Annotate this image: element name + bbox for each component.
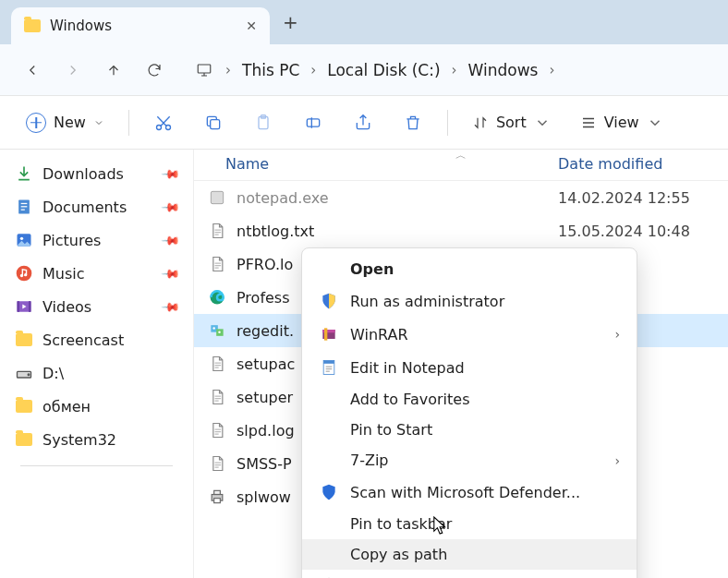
sidebar-item-system32[interactable]: System32 bbox=[4, 423, 189, 456]
sidebar-item-downloads[interactable]: Downloads 📌 bbox=[4, 157, 189, 190]
monitor-icon[interactable] bbox=[187, 53, 222, 88]
pin-icon: 📌 bbox=[161, 230, 181, 250]
pin-icon: 📌 bbox=[161, 163, 181, 184]
tab-bar: Windows ✕ + bbox=[0, 0, 728, 44]
sidebar-item-pictures[interactable]: Pictures 📌 bbox=[4, 223, 189, 257]
ctx-scan-with-microsoft-defender-[interactable]: Scan with Microsoft Defender... bbox=[302, 476, 637, 509]
ctx-label: WinRAR bbox=[350, 326, 408, 343]
chevron-right-icon: › bbox=[452, 62, 457, 78]
col-name[interactable]: Name bbox=[225, 155, 558, 173]
ctx-label: Open bbox=[350, 260, 394, 278]
paste-button[interactable] bbox=[244, 105, 283, 140]
svg-rect-0 bbox=[198, 65, 211, 73]
ctx-label: Run as administrator bbox=[350, 293, 504, 310]
svg-point-14 bbox=[20, 274, 23, 277]
ctx-label: 7-Zip bbox=[350, 452, 389, 469]
shield-uac-icon bbox=[319, 291, 339, 311]
chevron-right-icon: › bbox=[614, 327, 620, 342]
nav-row: › This PC › Local Disk (C:) › Windows › bbox=[0, 44, 728, 96]
separator bbox=[128, 110, 129, 136]
sidebar-item-label: обмен bbox=[42, 398, 91, 415]
sort-button[interactable]: Sort bbox=[463, 108, 560, 137]
svg-point-2 bbox=[165, 125, 170, 129]
new-button[interactable]: New bbox=[17, 107, 114, 138]
file-row[interactable]: ntbtlog.txt 15.05.2024 10:48 bbox=[194, 214, 728, 247]
svg-rect-10 bbox=[21, 210, 25, 211]
crumb-local-disk[interactable]: Local Disk (C:) bbox=[320, 55, 447, 85]
sidebar-item-label: Documents bbox=[42, 199, 127, 216]
ctx-share[interactable]: Share bbox=[302, 570, 637, 578]
reg-icon bbox=[207, 320, 227, 341]
sidebar-item-videos[interactable]: Videos 📌 bbox=[4, 290, 189, 323]
back-button[interactable] bbox=[15, 53, 50, 88]
sidebar-item-label: Videos bbox=[42, 298, 91, 316]
pin-icon: 📌 bbox=[161, 263, 181, 283]
ctx-copy-as-path[interactable]: Copy as path bbox=[302, 539, 637, 570]
svg-point-26 bbox=[218, 331, 221, 333]
svg-point-12 bbox=[20, 237, 23, 240]
ctx-label: Pin to taskbar bbox=[350, 515, 452, 533]
svg-point-15 bbox=[24, 273, 27, 276]
file-date: 14.02.2024 12:55 bbox=[558, 189, 690, 207]
printer-icon bbox=[207, 487, 227, 507]
ctx-label: Pin to Start bbox=[350, 421, 432, 439]
svg-rect-6 bbox=[307, 118, 319, 126]
crumb-windows[interactable]: Windows bbox=[461, 55, 546, 85]
refresh-button[interactable] bbox=[137, 53, 172, 88]
cut-button[interactable] bbox=[144, 105, 183, 140]
copy-button[interactable] bbox=[194, 105, 233, 140]
svg-rect-18 bbox=[29, 301, 31, 312]
folder-icon bbox=[15, 331, 33, 349]
sidebar-item-documents[interactable]: Documents 📌 bbox=[4, 190, 189, 223]
ctx-run-as-administrator[interactable]: Run as administrator bbox=[302, 284, 637, 318]
ctx-label: Edit in Notepad bbox=[350, 359, 465, 377]
svg-rect-9 bbox=[21, 206, 28, 207]
sidebar-divider bbox=[20, 465, 173, 466]
share-button[interactable] bbox=[344, 105, 382, 140]
context-menu: OpenRun as administratorWinRAR›Edit in N… bbox=[301, 247, 637, 578]
ctx-winrar[interactable]: WinRAR› bbox=[302, 318, 637, 351]
sidebar-item-label: Pictures bbox=[42, 232, 101, 249]
ctx-pin-to-start[interactable]: Pin to Start bbox=[302, 415, 637, 445]
view-button[interactable]: View bbox=[571, 108, 673, 137]
svg-rect-34 bbox=[323, 361, 334, 364]
sidebar-item-label: Downloads bbox=[42, 165, 124, 183]
winrar-icon bbox=[319, 324, 339, 344]
file-name: ntbtlog.txt bbox=[237, 223, 558, 240]
ctx-edit-in-notepad[interactable]: Edit in Notepad bbox=[302, 351, 637, 384]
file-name: notepad.exe bbox=[237, 189, 558, 207]
sidebar-item-screencast[interactable]: Screencast bbox=[4, 323, 189, 356]
sidebar-item-label: Music bbox=[42, 265, 85, 283]
close-icon[interactable]: ✕ bbox=[246, 18, 257, 33]
sidebar-item-label: Screencast bbox=[42, 331, 124, 349]
ctx-add-to-favorites[interactable]: Add to Favorites bbox=[302, 384, 637, 415]
sidebar-item-d-[interactable]: D:\ bbox=[4, 356, 189, 390]
chevron-up-icon[interactable]: ︿ bbox=[455, 148, 467, 163]
svg-rect-29 bbox=[214, 499, 221, 503]
sidebar-item-music[interactable]: Music 📌 bbox=[4, 257, 189, 290]
ctx-pin-to-taskbar[interactable]: Pin to taskbar bbox=[302, 509, 637, 539]
rename-button[interactable] bbox=[294, 105, 333, 140]
up-button[interactable] bbox=[96, 53, 131, 88]
text-icon bbox=[207, 254, 227, 274]
forward-button[interactable] bbox=[55, 53, 91, 88]
sort-label: Sort bbox=[496, 114, 527, 131]
text-icon bbox=[207, 453, 227, 474]
file-row[interactable]: notepad.exe 14.02.2024 12:55 bbox=[194, 181, 728, 214]
music-icon bbox=[15, 264, 33, 283]
ctx-7-zip[interactable]: 7-Zip› bbox=[302, 445, 637, 476]
tab-windows[interactable]: Windows ✕ bbox=[11, 7, 270, 44]
col-date[interactable]: Date modified bbox=[558, 155, 662, 173]
text-icon bbox=[207, 354, 227, 374]
new-tab-button[interactable]: + bbox=[283, 11, 298, 33]
sidebar-item--[interactable]: обмен bbox=[4, 390, 189, 423]
delete-button[interactable] bbox=[394, 105, 432, 140]
crumb-this-pc[interactable]: This PC bbox=[235, 55, 307, 85]
pic-icon bbox=[15, 231, 33, 249]
svg-rect-28 bbox=[214, 490, 221, 494]
sidebar: Downloads 📌 Documents 📌 Pictures 📌 Music… bbox=[0, 150, 194, 578]
file-date: 15.05.2024 10:48 bbox=[558, 223, 690, 240]
text-icon bbox=[207, 387, 227, 407]
ctx-open[interactable]: Open bbox=[302, 254, 637, 284]
sidebar-item-label: System32 bbox=[42, 431, 116, 449]
